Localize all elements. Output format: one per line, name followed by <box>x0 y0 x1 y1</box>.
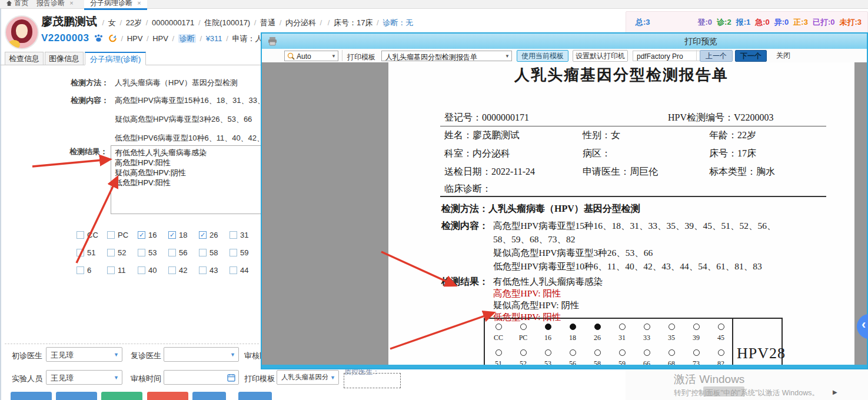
hpv-checkbox-42[interactable]: 42 <box>168 265 199 275</box>
stat-item: 正:3 <box>793 17 808 28</box>
template-select[interactable]: 人乳头瘤基因分型检测报告单 ▼ <box>381 51 512 61</box>
lab-person-value: 王见璋 <box>51 373 111 384</box>
hpv-checkbox-58[interactable]: 58 <box>199 248 230 257</box>
paw-icon[interactable] <box>94 34 103 42</box>
bubble-row-1: CCPC1618263133353945 <box>486 323 733 342</box>
hpv-checkbox-56[interactable]: 56 <box>168 248 199 257</box>
next-button[interactable]: 下一个 <box>735 50 767 62</box>
tab-report-label: 报告诊断 <box>36 0 65 7</box>
hpv-checkbox-43[interactable]: 43 <box>199 265 230 275</box>
bubble-53: 53 <box>536 349 560 365</box>
use-template-button[interactable]: 使用当前模板 <box>517 50 568 62</box>
print-template-select[interactable]: 人乳头瘤基因分型检 ▼ <box>277 370 339 385</box>
dialog-titlebar[interactable]: 打印预览 <box>262 34 867 49</box>
zoom-select[interactable]: Auto ▼ <box>284 51 338 61</box>
checkbox-box[interactable] <box>77 231 84 239</box>
patient-meta-item: 诊断：无 <box>383 18 413 27</box>
action-button-2[interactable] <box>56 392 97 400</box>
action-button-4[interactable] <box>147 392 188 400</box>
checkbox-box[interactable] <box>199 249 207 256</box>
checkbox-box[interactable] <box>230 231 237 239</box>
action-button-5[interactable] <box>192 392 226 400</box>
bubble-73: 73 <box>684 349 709 365</box>
tab-report-diagnosis[interactable]: 报告诊断 × <box>36 0 74 8</box>
first-doctor-select[interactable]: 王见璋 ▼ <box>46 347 122 362</box>
hpv-checkbox-52[interactable]: 52 <box>107 248 138 257</box>
audit-time-input[interactable] <box>164 370 239 385</box>
checkbox-box[interactable] <box>138 266 145 274</box>
bubble-16: 16 <box>536 323 560 342</box>
lab-person-select[interactable]: 王见璋 ▼ <box>46 370 122 385</box>
hpv-checkbox-26[interactable]: ✓26 <box>199 230 230 239</box>
checkbox-box[interactable] <box>230 249 237 256</box>
hpv-checkbox-51[interactable]: 51 <box>77 248 107 257</box>
checkbox-box[interactable] <box>199 266 207 274</box>
hpv-checkbox-18[interactable]: ✓18 <box>168 230 199 239</box>
checkbox-box[interactable] <box>107 249 115 256</box>
tab-molecular-pathology-panel[interactable]: 分子病理(诊断) <box>85 52 146 65</box>
checkbox-box[interactable] <box>107 266 115 274</box>
stat-item: 登:0 <box>698 17 713 28</box>
tab-molecular-pathology[interactable]: 分子病理诊断 × <box>84 0 147 10</box>
qc-doctor-box[interactable] <box>344 373 401 388</box>
checkbox-box[interactable] <box>77 266 84 274</box>
checkbox-label: 56 <box>179 248 187 257</box>
tab-image-info[interactable]: 图像信息 <box>45 52 84 65</box>
checkbox-box[interactable] <box>138 249 145 256</box>
report-field: 年龄：22岁 <box>709 129 756 142</box>
window-tab-bar: 首页 报告诊断 × 分子病理诊断 × <box>0 0 868 9</box>
close-tab-icon[interactable]: × <box>69 0 73 6</box>
checkbox-box[interactable] <box>77 249 84 256</box>
checkbox-box[interactable]: ✓ <box>168 231 176 239</box>
refresh-icon[interactable] <box>108 34 117 42</box>
bubble-68: 68 <box>659 349 684 365</box>
checkbox-box[interactable] <box>107 231 115 239</box>
hpv-checkbox-40[interactable]: 40 <box>138 265 168 275</box>
checkbox-box[interactable] <box>168 249 176 256</box>
checkbox-label: CC <box>87 231 98 239</box>
checkbox-box[interactable] <box>230 266 237 274</box>
checkbox-label: 6 <box>87 266 91 275</box>
close-button[interactable]: 关闭 <box>770 50 796 62</box>
printer-select[interactable]: pdfFactory Pro ▼ <box>633 51 709 61</box>
content-line: 低危型HPV6病毒亚型10种6、11、40、42、 <box>115 133 263 144</box>
checkbox-label: 58 <box>209 248 218 257</box>
printer-name: pdfFactory Pro <box>637 52 700 61</box>
checkbox-box[interactable]: ✓ <box>199 231 207 239</box>
hpv-checkbox-31[interactable]: 31 <box>230 230 260 239</box>
hpv-checkbox-44[interactable]: 44 <box>230 265 260 275</box>
action-button-6[interactable] <box>238 392 272 400</box>
result-textarea[interactable]: 有低危性人乳头瘤病毒感染 高危型HPV:阳性 疑似高危型HPV:阴性 低危型HP… <box>111 145 262 214</box>
chevron-down-icon: ▼ <box>505 54 510 59</box>
stat-item: 未打:3 <box>839 17 862 28</box>
hpv-checkbox-53[interactable]: 53 <box>138 248 168 257</box>
checkbox-box[interactable] <box>168 266 176 274</box>
hpv-checkbox-CC[interactable]: CC <box>77 230 107 239</box>
second-doctor-select[interactable]: ▼ <box>164 347 239 362</box>
calendar-icon[interactable] <box>227 374 235 382</box>
checkbox-box[interactable]: ✓ <box>138 231 145 239</box>
previous-button[interactable]: 上一个 <box>700 50 733 62</box>
bubble-82: 82 <box>709 349 733 365</box>
app-root: 首页 报告诊断 × 分子病理诊断 × 廖茂鹏测试 / 女 / 22岁 / 000… <box>0 0 868 400</box>
report-result-line: 高危型HPV: 阳性 <box>493 288 561 300</box>
hpv-checkbox-11[interactable]: 11 <box>107 265 138 275</box>
set-default-printer-button[interactable]: 设置默认打印机 <box>573 50 628 62</box>
close-tab-icon[interactable]: × <box>137 0 141 6</box>
patient-meta-item: 22岁 <box>126 18 142 27</box>
hpv-checkbox-PC[interactable]: PC <box>107 230 138 239</box>
bubble-45: 45 <box>709 323 733 342</box>
tab-exam-info[interactable]: 检查信息 <box>5 52 44 65</box>
hpv-checkbox-6[interactable]: 6 <box>77 265 107 275</box>
avatar-shirt <box>8 40 20 49</box>
report-reg-no: 登记号：0000000171 <box>444 112 529 124</box>
hpv-checkbox-59[interactable]: 59 <box>230 248 260 257</box>
report-result-label: 检测结果： <box>441 276 488 288</box>
tab-home[interactable]: 首页 <box>3 0 28 8</box>
chevron-down-icon: ▼ <box>114 375 119 381</box>
hpv-checkbox-16[interactable]: ✓16 <box>138 230 168 239</box>
action-button-1[interactable] <box>11 392 52 400</box>
print-template-value: 人乳头瘤基因分型检 <box>281 373 328 382</box>
patient-meta-item: 0000000171 <box>152 18 194 27</box>
action-button-3[interactable] <box>101 392 142 400</box>
